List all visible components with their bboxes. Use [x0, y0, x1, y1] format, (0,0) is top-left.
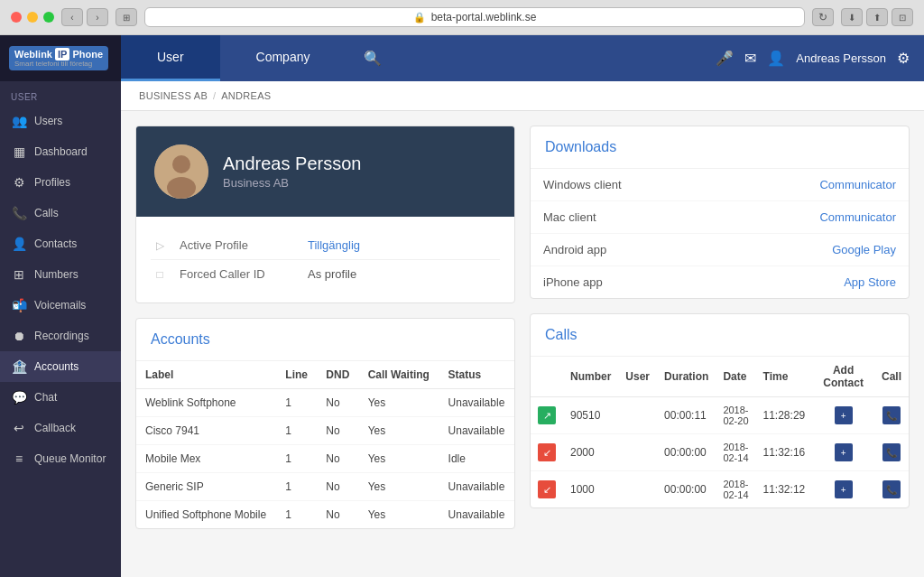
main-content: BUSINESS AB / ANDREAS [121, 81, 924, 577]
contacts-icon: 👤 [11, 237, 27, 251]
profile-header: Andreas Persson Business AB [136, 126, 514, 217]
minimize-button[interactable] [27, 12, 38, 23]
sidebar-item-callback[interactable]: ↩ Callback [0, 413, 121, 443]
back-button[interactable]: ‹ [61, 8, 83, 26]
col-date: Date [716, 357, 755, 397]
svg-point-2 [167, 177, 196, 199]
account-line: 1 [276, 501, 317, 529]
call-action: 📞 [874, 397, 909, 434]
user-name: Andreas Persson [796, 51, 886, 65]
account-status: Idle [439, 445, 514, 473]
table-row: ↙ 1000 00:00:00 2018-02-14 11:32:12 + 📞 [531, 471, 909, 508]
sidebar-label-voicemails: Voicemails [34, 299, 86, 312]
accounts-table: Label Line DND Call Waiting Status Webli… [136, 361, 514, 528]
share-button[interactable]: ⬆ [866, 8, 888, 26]
sidebar-label-recordings: Recordings [34, 330, 89, 342]
calls-table: Number User Duration Date Time Add Conta… [531, 357, 909, 507]
close-button[interactable] [11, 12, 22, 23]
call-add-contact: + [812, 434, 874, 471]
sidebar-item-voicemails[interactable]: 📬 Voicemails [0, 290, 121, 321]
downloads-table: Windows client Communicator Mac client C… [531, 169, 909, 298]
call-time: 11:32:12 [756, 471, 813, 508]
download-link[interactable]: Communicator [722, 201, 910, 234]
active-profile-value[interactable]: Tillgänglig [308, 238, 360, 252]
sidebar-label-dashboard: Dashboard [34, 145, 88, 158]
extensions-button[interactable]: ⊡ [892, 8, 913, 26]
sidebar-item-contacts[interactable]: 👤 Contacts [0, 228, 121, 259]
sidebar-section-user: User [0, 85, 121, 106]
download-link[interactable]: Google Play [722, 234, 910, 266]
mail-icon[interactable]: ✉ [744, 50, 756, 67]
add-contact-button[interactable]: + [835, 480, 853, 498]
content-area: Andreas Persson Business AB ▷ Active Pro… [121, 111, 924, 544]
col-label: Label [136, 361, 276, 389]
account-dnd: No [317, 473, 358, 501]
reload-button[interactable]: ↻ [812, 8, 834, 26]
traffic-lights [11, 12, 54, 23]
list-item: Windows client Communicator [531, 169, 909, 201]
download-button[interactable]: ⬇ [841, 8, 863, 26]
profiles-icon: ⚙ [11, 175, 27, 190]
voicemails-icon: 📬 [11, 298, 27, 312]
maximize-button[interactable] [43, 12, 54, 23]
sidebar-label-callback: Callback [34, 422, 76, 434]
sidebar-item-calls[interactable]: 📞 Calls [0, 198, 121, 228]
call-add-contact: + [812, 471, 874, 508]
tab-view-button[interactable]: ⊞ [116, 8, 137, 26]
add-contact-button[interactable]: + [835, 406, 853, 424]
user-icon[interactable]: 👤 [767, 50, 785, 67]
svg-point-1 [172, 155, 190, 173]
sidebar-label-chat: Chat [34, 391, 57, 404]
call-duration: 00:00:00 [657, 434, 716, 471]
call-date: 2018-02-14 [716, 434, 755, 471]
account-status: Unavailable [439, 389, 514, 417]
sidebar-item-accounts[interactable]: 🏦 Accounts [0, 351, 121, 382]
account-callwaiting: Yes [359, 417, 439, 445]
sidebar-item-numbers[interactable]: ⊞ Numbers [0, 259, 121, 290]
sidebar-item-queue-monitor[interactable]: ≡ Queue Monitor [0, 443, 121, 474]
col-dnd: DND [317, 361, 358, 389]
call-button[interactable]: 📞 [882, 480, 901, 498]
queue-monitor-icon: ≡ [11, 451, 27, 466]
sidebar-item-recordings[interactable]: ⏺ Recordings [0, 321, 121, 351]
col-time: Time [756, 357, 813, 397]
microphone-icon[interactable]: 🎤 [716, 50, 734, 67]
sidebar-logo: Weblink IP Phone Smart telefoni till för… [0, 35, 121, 81]
sidebar-label-queue-monitor: Queue Monitor [34, 452, 106, 465]
forward-button[interactable]: › [87, 8, 108, 26]
avatar-image [154, 144, 208, 199]
profile-row-caller: □ Forced Caller ID As profile [151, 260, 500, 288]
profile-info: Andreas Persson Business AB [223, 154, 361, 190]
users-icon: 👥 [11, 114, 27, 128]
sidebar-item-users[interactable]: 👥 Users [0, 106, 121, 136]
tab-company[interactable]: Company [220, 35, 346, 81]
call-button[interactable]: 📞 [882, 443, 901, 461]
sidebar-label-numbers: Numbers [34, 268, 79, 281]
call-number: 90510 [563, 397, 618, 434]
call-user [618, 434, 657, 471]
profile-indicator-icon: ▷ [151, 239, 169, 252]
call-type-icon: ↙ [531, 471, 563, 508]
call-add-contact: + [812, 397, 874, 434]
account-status: Unavailable [439, 473, 514, 501]
window-chrome: ‹ › ⊞ 🔒 beta-portal.weblink.se ↻ ⬇ ⬆ ⊡ [0, 0, 924, 35]
breadcrumb-separator: / [213, 90, 216, 101]
address-bar[interactable]: 🔒 beta-portal.weblink.se [144, 7, 805, 27]
tab-user[interactable]: User [121, 35, 220, 81]
sidebar-item-chat[interactable]: 💬 Chat [0, 382, 121, 413]
download-link[interactable]: Communicator [722, 169, 910, 201]
sidebar-item-dashboard[interactable]: ▦ Dashboard [0, 136, 121, 167]
search-button[interactable]: 🔍 [346, 35, 400, 81]
list-item: iPhone app App Store [531, 266, 909, 299]
table-row: ↗ 90510 00:00:11 2018-02-20 11:28:29 + 📞 [531, 397, 909, 434]
call-date: 2018-02-20 [716, 397, 755, 434]
download-link[interactable]: App Store [722, 266, 910, 299]
call-button[interactable]: 📞 [882, 406, 901, 424]
sidebar-item-profiles[interactable]: ⚙ Profiles [0, 167, 121, 198]
app-header: User Company 🔍 🎤 ✉ 👤 Andreas Persson ⚙ [121, 35, 924, 81]
breadcrumb-andreas: ANDREAS [221, 90, 271, 101]
col-number: Number [563, 357, 618, 397]
settings-icon[interactable]: ⚙ [897, 50, 910, 67]
add-contact-button[interactable]: + [835, 443, 853, 461]
col-duration: Duration [657, 357, 716, 397]
